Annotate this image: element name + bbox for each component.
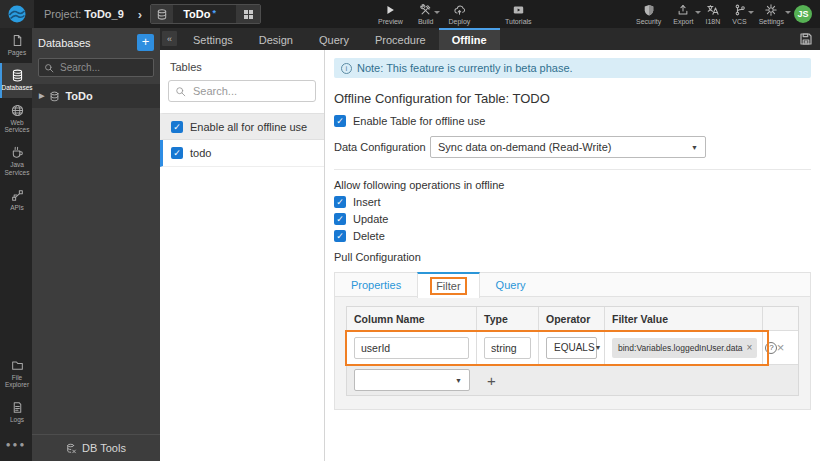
database-icon — [151, 4, 173, 24]
build-button[interactable]: Build — [418, 4, 434, 25]
tab-query[interactable]: Query — [306, 28, 362, 50]
vcs-button[interactable]: VCS — [732, 4, 746, 25]
export-icon — [677, 4, 689, 16]
allow-operations-label: Allow following operations in offline — [334, 179, 811, 191]
sidebar-item-web-services[interactable]: Web Services — [0, 98, 32, 141]
export-button[interactable]: Export — [673, 4, 693, 25]
insert-checkbox[interactable]: ✓ — [334, 196, 346, 208]
settings-button[interactable]: Settings — [759, 4, 784, 25]
databases-search-input[interactable] — [58, 61, 143, 74]
folder-icon — [11, 359, 24, 372]
header-column-name: Column Name — [347, 307, 477, 330]
add-filter-row-button[interactable]: + — [487, 372, 496, 389]
sidebar-item-logs[interactable]: Logs — [0, 395, 32, 430]
filter-table-add-row: ▼ + — [347, 365, 798, 395]
collapse-panel-button[interactable]: « — [162, 31, 177, 46]
insert-label: Insert — [353, 196, 381, 208]
topbar-actions-left: Preview Build Deploy — [378, 0, 470, 28]
table-row-todo[interactable]: ✓ todo — [160, 140, 324, 167]
search-icon — [44, 63, 54, 73]
add-database-button[interactable]: + — [137, 34, 154, 51]
operator-select[interactable]: EQUALS ▼ — [546, 337, 597, 359]
subtab-query[interactable]: Query — [480, 273, 542, 296]
security-button[interactable]: Security — [636, 4, 661, 25]
api-connector-icon — [11, 189, 24, 202]
chevron-down-icon: ▼ — [595, 344, 602, 351]
sidebar-item-databases[interactable]: Databases — [0, 63, 32, 98]
grid-icon — [244, 10, 253, 19]
delete-label: Delete — [353, 230, 385, 242]
log-file-icon — [11, 401, 24, 414]
row-actions-cell: × — [763, 331, 798, 364]
search-icon — [175, 86, 186, 97]
tutorials-button[interactable]: Tutorials — [505, 4, 532, 25]
database-tree-item-todo[interactable]: ▶ ToDo — [32, 84, 160, 108]
new-column-select[interactable]: ▼ — [354, 369, 470, 391]
unsaved-indicator: * — [212, 8, 216, 18]
save-button[interactable] — [799, 32, 813, 46]
column-name-input[interactable] — [354, 337, 469, 359]
operator-value: EQUALS — [554, 342, 595, 353]
sidebar-item-pages[interactable]: Pages — [0, 28, 32, 63]
deploy-button[interactable]: Deploy — [448, 4, 470, 25]
databases-search[interactable] — [38, 58, 154, 77]
build-tools-icon — [419, 4, 432, 16]
update-checkbox[interactable]: ✓ — [334, 213, 346, 225]
remove-binding-icon[interactable]: × — [747, 342, 753, 353]
enable-all-offline-row[interactable]: ✓ Enable all for offline use — [160, 113, 324, 140]
section-divider — [334, 169, 811, 170]
tables-panel-title: Tables — [160, 50, 324, 80]
delete-row-icon[interactable]: × — [777, 340, 785, 355]
topbar-actions-right: Security Export I18N VCS — [636, 0, 784, 28]
sidebar-item-java-services[interactable]: Java Services — [0, 140, 32, 183]
preview-button[interactable]: Preview — [378, 4, 403, 25]
filter-table-row: EQUALS ▼ bind:Variables.loggedInUser.dat… — [347, 331, 798, 365]
breadcrumb-chevron-icon: › — [138, 7, 142, 22]
db-tools-icon — [66, 443, 77, 454]
sidebar-item-file-explorer[interactable]: File Explorer — [0, 353, 32, 396]
tab-design[interactable]: Design — [246, 28, 306, 50]
tab-offline[interactable]: Offline — [439, 28, 500, 50]
sidebar-item-apis[interactable]: APIs — [0, 183, 32, 218]
translate-icon — [706, 4, 719, 16]
filter-tab-content: Column Name Type Operator Filter Value E… — [334, 297, 811, 410]
tab-settings[interactable]: Settings — [180, 28, 246, 50]
coffee-cup-icon — [11, 146, 24, 159]
header-operator: Operator — [539, 307, 605, 330]
globe-icon — [11, 104, 24, 117]
app-logo[interactable] — [0, 0, 34, 28]
tab-procedure[interactable]: Procedure — [362, 28, 439, 50]
offline-configuration-panel: i Note: This feature is currently in bet… — [325, 50, 820, 461]
table-todo-checkbox[interactable]: ✓ — [171, 147, 183, 159]
data-configuration-value: Sync data on-demand (Read-Write) — [438, 141, 611, 153]
db-tools-button[interactable]: DB Tools — [32, 434, 160, 461]
subtab-filter[interactable]: Filter — [417, 272, 479, 298]
type-input[interactable] — [484, 337, 531, 359]
beta-note-text: Note: This feature is currently in beta … — [357, 62, 573, 74]
artifact-switcher-button[interactable] — [236, 4, 260, 24]
column-name-cell — [347, 331, 477, 364]
enable-all-checkbox[interactable]: ✓ — [171, 121, 183, 133]
database-icon — [11, 69, 24, 82]
database-icon — [49, 91, 60, 102]
sidebar-overflow-button[interactable]: ●●● — [0, 430, 32, 461]
pull-configuration-tabs: Properties Filter Query — [334, 272, 811, 297]
enable-all-label: Enable all for offline use — [190, 121, 307, 133]
bind-expression-chip[interactable]: bind:Variables.loggedInUser.data × — [612, 338, 757, 358]
type-cell — [477, 331, 539, 364]
enable-table-checkbox[interactable]: ✓ — [334, 115, 346, 127]
new-column-cell: ▼ — [347, 365, 477, 395]
delete-operation-row: ✓ Delete — [334, 230, 811, 242]
i18n-button[interactable]: I18N — [706, 4, 721, 25]
tree-expand-caret-icon[interactable]: ▶ — [39, 92, 44, 100]
tables-search[interactable] — [168, 80, 316, 102]
tables-search-input[interactable] — [191, 84, 301, 98]
user-avatar[interactable]: JS — [794, 5, 812, 23]
delete-checkbox[interactable]: ✓ — [334, 230, 346, 242]
artifact-tab-todo[interactable]: ToDo* — [150, 4, 261, 24]
subtab-properties[interactable]: Properties — [335, 273, 417, 296]
database-tree-item-label: ToDo — [65, 90, 92, 102]
sidebar-item-label: Logs — [10, 416, 24, 424]
data-configuration-select[interactable]: Sync data on-demand (Read-Write) ▼ — [430, 136, 706, 158]
play-icon — [384, 4, 396, 16]
